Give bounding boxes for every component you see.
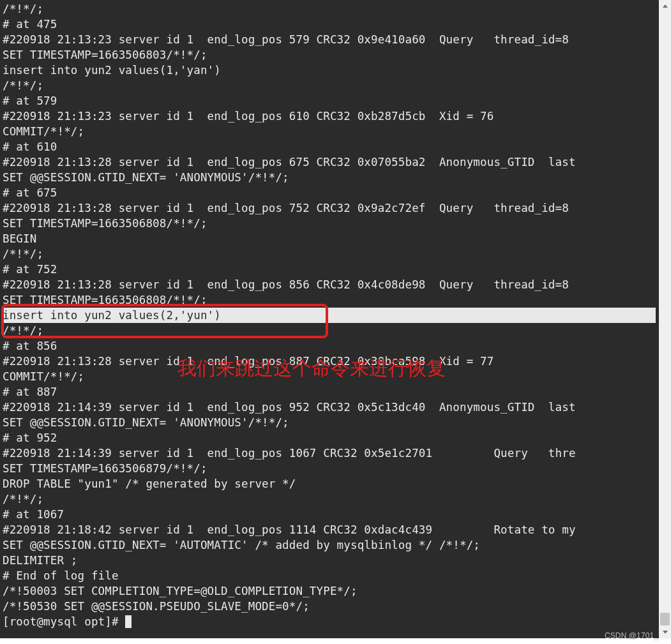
terminal-line: # at 752 (3, 263, 57, 276)
terminal-output[interactable]: /*!*/; # at 475 #220918 21:13:23 server … (0, 0, 659, 638)
scrollbar[interactable] (659, 0, 671, 638)
terminal-line: insert into yun2 values(1,'yan') (3, 64, 221, 77)
terminal-line: # at 1067 (3, 508, 64, 521)
terminal-line: # at 675 (3, 186, 57, 199)
terminal-line: /*!*/; (3, 493, 43, 505)
terminal-line: COMMIT/*!*/; (3, 125, 84, 138)
terminal-line: #220918 21:13:28 server id 1 end_log_pos… (3, 156, 576, 168)
terminal-line: # End of log file (3, 569, 119, 582)
highlighted-line: insert into yun2 values(2,'yun') (3, 308, 656, 323)
terminal-line: /*!*/; (3, 79, 43, 92)
shell-prompt: [root@mysql opt]# (3, 615, 125, 628)
terminal-line: /*!*/; (3, 3, 43, 15)
terminal-line: #220918 21:13:28 server id 1 end_log_pos… (3, 278, 569, 291)
terminal-line: DELIMITER ; (3, 554, 78, 567)
terminal-line: SET @@SESSION.GTID_NEXT= 'ANONYMOUS'/*!*… (3, 171, 289, 184)
terminal-line: SET @@SESSION.GTID_NEXT= 'AUTOMATIC' /* … (3, 539, 480, 551)
chevron-up-icon (663, 4, 668, 8)
terminal-line: # at 579 (3, 94, 57, 107)
terminal-line: BEGIN (3, 232, 36, 245)
terminal-line: /*!50530 SET @@SESSION.PSEUDO_SLAVE_MODE… (3, 600, 310, 613)
terminal-line: # at 475 (3, 18, 57, 31)
terminal-line: #220918 21:14:39 server id 1 end_log_pos… (3, 447, 576, 460)
terminal-line: DROP TABLE "yun1" /* generated by server… (3, 477, 296, 490)
chevron-down-icon (663, 631, 668, 634)
scroll-thumb[interactable] (660, 613, 670, 625)
cursor (125, 615, 132, 628)
terminal-line: SET TIMESTAMP=1663506808/*!*/; (3, 294, 207, 306)
terminal-line: /*!50003 SET COMPLETION_TYPE=@OLD_COMPLE… (3, 585, 358, 597)
terminal-line: # at 856 (3, 340, 57, 352)
terminal-line: #220918 21:14:39 server id 1 end_log_pos… (3, 401, 576, 414)
terminal-line: # at 887 (3, 386, 57, 398)
watermark: CSDN @1701_ (605, 631, 658, 640)
terminal-line: SET TIMESTAMP=1663506808/*!*/; (3, 217, 207, 230)
terminal-line: /*!*/; (3, 324, 43, 337)
scroll-down-button[interactable] (659, 626, 671, 638)
terminal-line: #220918 21:18:42 server id 1 end_log_pos… (3, 523, 576, 536)
terminal-line: SET TIMESTAMP=1663506803/*!*/; (3, 49, 207, 61)
terminal-line: SET @@SESSION.GTID_NEXT= 'ANONYMOUS'/*!*… (3, 416, 289, 429)
terminal-line: /*!*/; (3, 248, 43, 260)
scroll-up-button[interactable] (659, 0, 671, 12)
terminal-line: #220918 21:13:28 server id 1 end_log_pos… (3, 202, 569, 214)
terminal-line: #220918 21:13:23 server id 1 end_log_pos… (3, 110, 494, 123)
terminal-line: #220918 21:13:23 server id 1 end_log_pos… (3, 33, 569, 46)
terminal-line: COMMIT/*!*/; (3, 370, 84, 383)
terminal-line: #220918 21:13:28 server id 1 end_log_pos… (3, 355, 494, 368)
terminal-line: # at 610 (3, 140, 57, 153)
terminal-line: SET TIMESTAMP=1663506879/*!*/; (3, 462, 207, 475)
terminal-line: # at 952 (3, 431, 57, 444)
